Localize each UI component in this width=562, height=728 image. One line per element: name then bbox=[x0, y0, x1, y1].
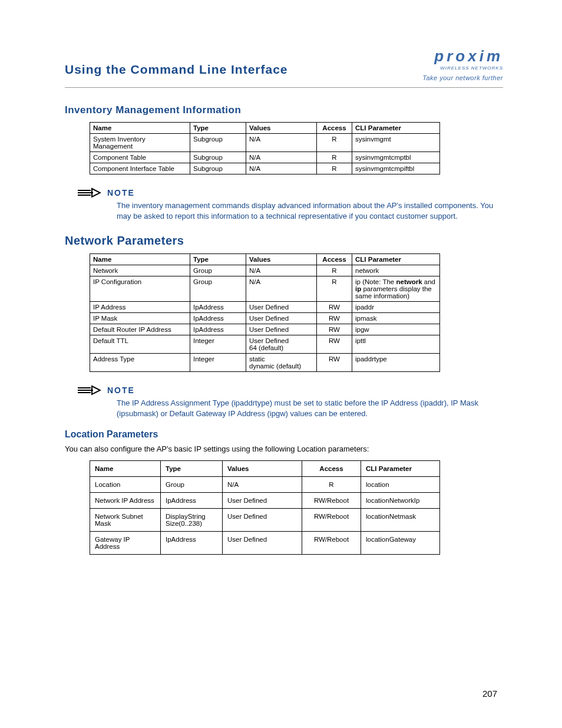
cell-cli: locationNetworkIp bbox=[361, 493, 440, 509]
col-cli: CLI Parameter bbox=[361, 461, 440, 477]
cell-type: Group bbox=[190, 276, 246, 302]
table-header-row: Name Type Values Access CLI Parameter bbox=[90, 254, 440, 265]
header-divider bbox=[65, 87, 503, 88]
cell-type: Integer bbox=[190, 354, 246, 372]
cell-cli: ipaddr bbox=[352, 302, 440, 313]
cell-name: IP Mask bbox=[90, 313, 190, 324]
cell-values: N/A bbox=[246, 265, 317, 276]
network-heading: Network Parameters bbox=[65, 234, 503, 248]
cell-access: RW bbox=[317, 335, 352, 354]
table-row: Default TTL Integer User Defined64 (defa… bbox=[90, 335, 440, 354]
col-access: Access bbox=[317, 254, 352, 265]
note-label: NOTE bbox=[107, 188, 135, 197]
table-header-row: Name Type Values Access CLI Parameter bbox=[90, 461, 440, 477]
col-type: Type bbox=[190, 123, 246, 134]
page-number: 207 bbox=[482, 689, 497, 699]
cell-access: R bbox=[317, 276, 352, 302]
col-access: Access bbox=[302, 461, 361, 477]
cell-type: IpAddress bbox=[190, 324, 246, 335]
table-row: Network Subnet Mask DisplayStringSize(0.… bbox=[90, 509, 440, 532]
note-label: NOTE bbox=[107, 386, 135, 395]
cell-access: RW/Reboot bbox=[302, 509, 361, 532]
cell-access: R bbox=[317, 265, 352, 276]
cell-cli: ipmask bbox=[352, 313, 440, 324]
col-name: Name bbox=[90, 123, 190, 134]
cell-cli: locationNetmask bbox=[361, 509, 440, 532]
cell-values: User Defined bbox=[223, 532, 302, 555]
table-row: Gateway IP Address IpAddress User Define… bbox=[90, 532, 440, 555]
location-heading: Location Parameters bbox=[65, 429, 503, 440]
cell-name: Default Router IP Address bbox=[90, 324, 190, 335]
page-title: Using the Command Line Interface bbox=[65, 62, 288, 77]
cell-name: Location bbox=[90, 477, 161, 493]
network-note: NOTE The IP Address Assignment Type (ipa… bbox=[77, 385, 503, 419]
cell-type: Group bbox=[161, 477, 223, 493]
cell-type: IpAddress bbox=[190, 302, 246, 313]
cell-type: Group bbox=[190, 265, 246, 276]
logo-tagline: Take your network further bbox=[422, 74, 503, 81]
col-name: Name bbox=[90, 461, 161, 477]
logo-block: proxim WIRELESS NETWORKS Take your netwo… bbox=[422, 47, 503, 81]
table-row: Network Group N/A R network bbox=[90, 265, 440, 276]
cell-values: User Defined bbox=[246, 313, 317, 324]
cell-cli: sysinvmgmtcmpiftbl bbox=[352, 163, 440, 174]
cell-name: System Inventory Management bbox=[90, 134, 190, 152]
cell-name: Component Interface Table bbox=[90, 163, 190, 174]
cell-values: N/A bbox=[246, 163, 317, 174]
table-row: IP Mask IpAddress User Defined RW ipmask bbox=[90, 313, 440, 324]
cell-name: Gateway IP Address bbox=[90, 532, 161, 555]
location-intro: You can also configure the AP's basic IP… bbox=[65, 444, 503, 453]
col-access: Access bbox=[317, 123, 352, 134]
table-row: Component Interface Table Subgroup N/A R… bbox=[90, 163, 440, 174]
cell-cli: location bbox=[361, 477, 440, 493]
cell-access: RW/Reboot bbox=[302, 532, 361, 555]
svg-marker-3 bbox=[92, 189, 100, 197]
table-row: Network IP Address IpAddress User Define… bbox=[90, 493, 440, 509]
cell-cli: ipttl bbox=[352, 335, 440, 354]
cell-access: R bbox=[302, 477, 361, 493]
col-cli: CLI Parameter bbox=[352, 123, 440, 134]
col-type: Type bbox=[161, 461, 223, 477]
cell-name: IP Configuration bbox=[90, 276, 190, 302]
col-values: Values bbox=[223, 461, 302, 477]
col-values: Values bbox=[246, 254, 317, 265]
note-arrow-icon bbox=[77, 385, 101, 396]
cell-type: IpAddress bbox=[190, 313, 246, 324]
location-table: Name Type Values Access CLI Parameter Lo… bbox=[90, 460, 440, 555]
col-type: Type bbox=[190, 254, 246, 265]
logo-subtext: WIRELESS NETWORKS bbox=[422, 65, 503, 71]
cell-values: User Defined64 (default) bbox=[246, 335, 317, 354]
table-row: Address Type Integer staticdynamic (defa… bbox=[90, 354, 440, 372]
cell-values: N/A bbox=[246, 152, 317, 163]
cell-cli: ipgw bbox=[352, 324, 440, 335]
cell-type: Subgroup bbox=[190, 163, 246, 174]
table-row: IP Configuration Group N/A R ip (Note: T… bbox=[90, 276, 440, 302]
table-row: Location Group N/A R location bbox=[90, 477, 440, 493]
cell-name: Network Subnet Mask bbox=[90, 509, 161, 532]
cell-cli: network bbox=[352, 265, 440, 276]
cell-values: N/A bbox=[223, 477, 302, 493]
table-row: Default Router IP Address IpAddress User… bbox=[90, 324, 440, 335]
logo-text: proxim bbox=[422, 47, 503, 65]
cell-cli: ip (Note: The network and ip parameters … bbox=[352, 276, 440, 302]
cell-type: IpAddress bbox=[161, 532, 223, 555]
svg-marker-7 bbox=[92, 386, 100, 394]
cell-type: Integer bbox=[190, 335, 246, 354]
table-row: Component Table Subgroup N/A R sysinvmgm… bbox=[90, 152, 440, 163]
cell-name: Network IP Address bbox=[90, 493, 161, 509]
cell-type: Subgroup bbox=[190, 152, 246, 163]
cell-values: User Defined bbox=[246, 302, 317, 313]
cell-name: Address Type bbox=[90, 354, 190, 372]
cell-cli: ipaddrtype bbox=[352, 354, 440, 372]
inventory-table: Name Type Values Access CLI Parameter Sy… bbox=[90, 122, 440, 174]
table-row: IP Address IpAddress User Defined RW ipa… bbox=[90, 302, 440, 313]
cell-name: IP Address bbox=[90, 302, 190, 313]
cell-name: Network bbox=[90, 265, 190, 276]
cell-values: User Defined bbox=[223, 509, 302, 532]
inventory-note: NOTE The inventory management commands d… bbox=[77, 187, 503, 221]
note-body: The IP Address Assignment Type (ipaddrty… bbox=[117, 398, 503, 419]
cell-access: RW bbox=[317, 324, 352, 335]
table-header-row: Name Type Values Access CLI Parameter bbox=[90, 123, 440, 134]
cell-access: R bbox=[317, 163, 352, 174]
cell-access: R bbox=[317, 152, 352, 163]
